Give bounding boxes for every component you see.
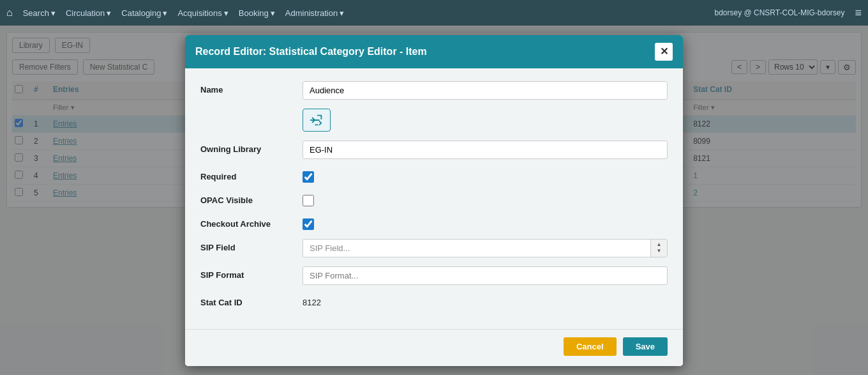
- required-label: Required: [200, 168, 303, 181]
- nav-acquisitions[interactable]: Acquisitions ▾: [177, 8, 228, 18]
- modal-close-button[interactable]: ✕: [655, 43, 673, 61]
- modal-body: Name: [185, 68, 683, 329]
- cancel-button[interactable]: Cancel: [564, 337, 617, 356]
- translate-button[interactable]: [303, 109, 331, 132]
- sip-format-label: SIP Format: [200, 266, 303, 280]
- user-info: bdorsey @ CNSRT-COL-MIG-bdorsey: [714, 8, 844, 17]
- name-label: Name: [200, 81, 303, 95]
- checkout-archive-checkbox[interactable]: [303, 218, 314, 230]
- owning-library-input[interactable]: [303, 141, 668, 159]
- modal-footer: Cancel Save: [185, 329, 683, 366]
- nav-cataloging[interactable]: Cataloging ▾: [121, 8, 167, 18]
- save-button[interactable]: Save: [623, 337, 668, 356]
- hamburger-menu-icon[interactable]: ≡: [855, 6, 862, 20]
- home-icon[interactable]: ⌂: [6, 7, 13, 19]
- sip-field-select[interactable]: SIP Field...: [303, 239, 668, 257]
- sip-field-row: SIP Field SIP Field... ▲ ▼: [200, 239, 668, 257]
- nav-booking[interactable]: Booking ▾: [239, 8, 275, 18]
- page-background: Library EG-IN Remove Filters New Statist…: [0, 26, 868, 375]
- opac-visible-checkbox[interactable]: [303, 195, 314, 206]
- required-checkbox[interactable]: [303, 171, 314, 183]
- nav-search[interactable]: Search ▾: [23, 8, 56, 18]
- modal-header: Record Editor: Statistical Category Edit…: [185, 35, 683, 68]
- name-field-row: Name: [200, 81, 668, 100]
- sip-field-wrapper: SIP Field... ▲ ▼: [303, 239, 668, 257]
- sip-field-label: SIP Field: [200, 239, 303, 252]
- modal-title: Record Editor: Statistical Category Edit…: [195, 46, 427, 57]
- translate-icon: [310, 113, 324, 127]
- nav-circulation[interactable]: Circulation ▾: [66, 8, 111, 18]
- record-editor-modal: Record Editor: Statistical Category Edit…: [185, 35, 683, 366]
- sip-field-spinner[interactable]: ▲ ▼: [650, 240, 667, 257]
- owning-library-row: Owning Library: [200, 141, 668, 159]
- sip-format-row: SIP Format: [200, 266, 668, 285]
- translate-row: [200, 109, 668, 132]
- sip-format-input[interactable]: [303, 266, 668, 285]
- stat-cat-id-value: 8122: [303, 294, 321, 307]
- stat-cat-id-label: Stat Cat ID: [200, 294, 303, 307]
- nav-administration[interactable]: Administration ▾: [285, 8, 344, 18]
- owning-library-label: Owning Library: [200, 141, 303, 154]
- required-row: Required: [200, 168, 668, 183]
- opac-visible-row: OPAC Visible: [200, 192, 668, 206]
- modal-overlay: Record Editor: Statistical Category Edit…: [0, 26, 868, 375]
- checkout-archive-label: Checkout Archive: [200, 215, 303, 229]
- opac-visible-label: OPAC Visible: [200, 192, 303, 205]
- stat-cat-id-row: Stat Cat ID 8122: [200, 294, 668, 307]
- name-input[interactable]: [303, 81, 668, 100]
- checkout-archive-row: Checkout Archive: [200, 215, 668, 230]
- top-navigation: ⌂ Search ▾ Circulation ▾ Cataloging ▾ Ac…: [0, 0, 868, 26]
